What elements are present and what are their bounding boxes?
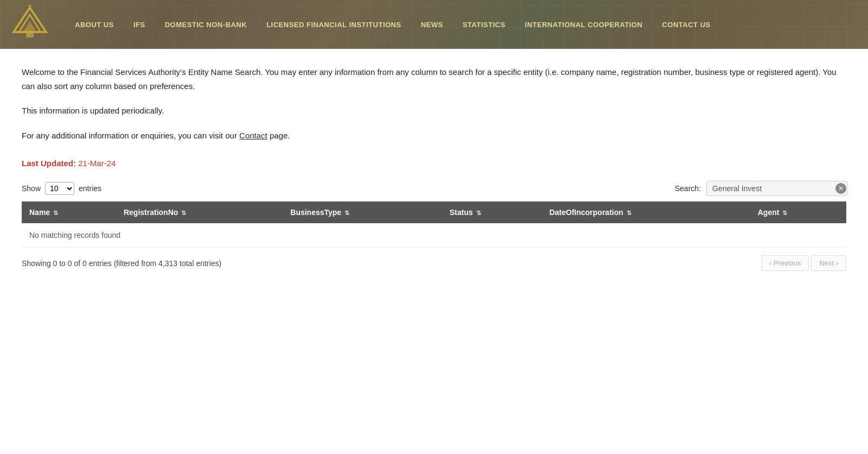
main-nav: ABOUT USIFSDOMESTIC NON-BANKLICENSED FIN… bbox=[65, 21, 720, 29]
nav-item-about-us[interactable]: ABOUT US bbox=[65, 21, 124, 29]
main-content: Welcome to the Financial Services Author… bbox=[0, 49, 868, 293]
no-records-message: No matching records found bbox=[22, 223, 846, 248]
pagination-area: Showing 0 to 0 of 0 entries (filtered fr… bbox=[22, 255, 846, 271]
pagination-buttons: ‹ Previous Next › bbox=[761, 255, 846, 271]
show-label: Show bbox=[22, 184, 41, 193]
nav-item-contact-us[interactable]: CONTACT US bbox=[652, 21, 720, 29]
entries-select[interactable]: 102550100 bbox=[45, 182, 74, 195]
nav-item-statistics[interactable]: STATISTICS bbox=[453, 21, 515, 29]
showing-text: Showing 0 to 0 of 0 entries (filtered fr… bbox=[22, 259, 221, 268]
next-button[interactable]: Next › bbox=[811, 255, 846, 271]
contact-link[interactable]: Contact bbox=[239, 131, 267, 140]
search-clear-button[interactable]: ✕ bbox=[835, 183, 846, 194]
show-entries-control: Show 102550100 entries bbox=[22, 182, 101, 195]
sort-icon: ⇅ bbox=[782, 210, 787, 217]
site-logo[interactable] bbox=[11, 5, 49, 45]
sort-icon: ⇅ bbox=[344, 210, 349, 217]
intro-paragraph-2: This information is updated periodically… bbox=[22, 104, 846, 118]
nav-item-licensed-fi[interactable]: LICENSED FINANCIAL INSTITUTIONS bbox=[257, 21, 411, 29]
table-controls: Show 102550100 entries Search: ✕ bbox=[22, 181, 846, 196]
col-header-business-type[interactable]: BusinessType⇅ bbox=[283, 201, 442, 223]
nav-item-news[interactable]: NEWS bbox=[411, 21, 453, 29]
table-header: Name⇅RegistrationNo⇅BusinessType⇅Status⇅… bbox=[22, 201, 846, 223]
table-body: No matching records found bbox=[22, 223, 846, 248]
nav-item-ifs[interactable]: IFS bbox=[124, 21, 155, 29]
svg-rect-6 bbox=[26, 32, 34, 37]
sort-icon: ⇅ bbox=[476, 210, 481, 217]
search-input[interactable] bbox=[706, 181, 847, 196]
sort-icon: ⇅ bbox=[627, 210, 631, 217]
previous-button[interactable]: ‹ Previous bbox=[761, 255, 809, 271]
entity-table: Name⇅RegistrationNo⇅BusinessType⇅Status⇅… bbox=[22, 201, 846, 248]
last-updated-label: Last Updated: bbox=[22, 159, 78, 168]
col-header-date-inc[interactable]: DateOfIncorporation⇅ bbox=[542, 201, 750, 223]
nav-item-domestic-non-bank[interactable]: DOMESTIC NON-BANK bbox=[155, 21, 257, 29]
entries-label: entries bbox=[79, 184, 101, 193]
search-area: Search: ✕ bbox=[675, 181, 846, 196]
col-header-agent[interactable]: Agent⇅ bbox=[750, 201, 846, 223]
site-header: ABOUT USIFSDOMESTIC NON-BANKLICENSED FIN… bbox=[0, 0, 868, 49]
col-header-reg-no[interactable]: RegistrationNo⇅ bbox=[116, 201, 283, 223]
last-updated-date: 21-Mar-24 bbox=[78, 159, 116, 168]
last-updated: Last Updated: 21-Mar-24 bbox=[22, 159, 846, 168]
col-header-name[interactable]: Name⇅ bbox=[22, 201, 116, 223]
intro-paragraph-3: For any additional information or enquir… bbox=[22, 129, 846, 143]
table-header-row: Name⇅RegistrationNo⇅BusinessType⇅Status⇅… bbox=[22, 201, 846, 223]
search-label: Search: bbox=[675, 184, 701, 193]
sort-icon: ⇅ bbox=[53, 210, 58, 217]
sort-icon: ⇅ bbox=[181, 210, 186, 217]
intro-paragraph-1: Welcome to the Financial Services Author… bbox=[22, 65, 846, 93]
nav-item-intl-coop[interactable]: INTERNATIONAL COOPERATION bbox=[515, 21, 653, 29]
col-header-status[interactable]: Status⇅ bbox=[442, 201, 542, 223]
table-row: No matching records found bbox=[22, 223, 846, 248]
svg-point-4 bbox=[29, 5, 31, 7]
